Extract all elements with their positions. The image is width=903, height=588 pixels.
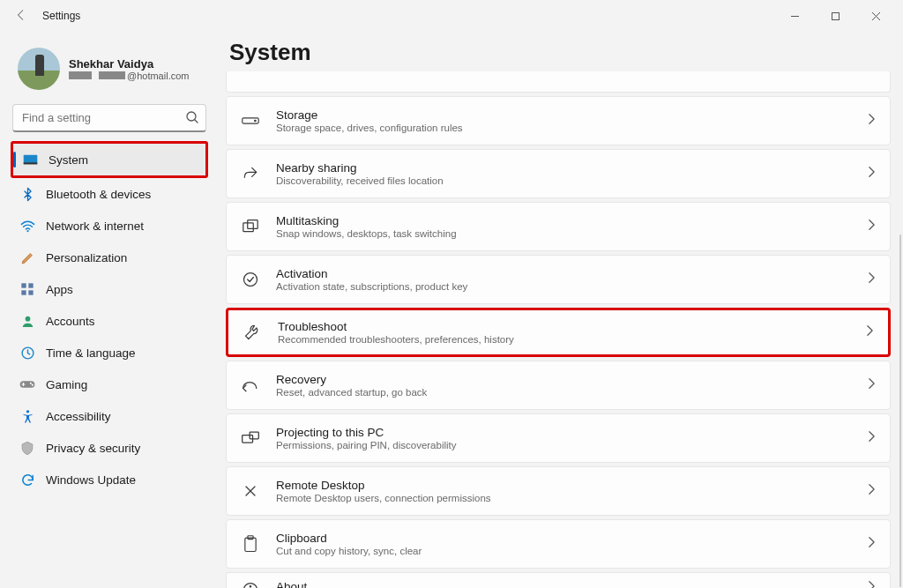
- card-subtitle: Discoverability, received files location: [276, 175, 868, 186]
- page-title: System: [226, 39, 894, 71]
- settings-card-projecting[interactable]: Projecting to this PCPermissions, pairin…: [226, 413, 891, 463]
- sidebar-item-accounts[interactable]: Accounts: [11, 305, 208, 337]
- maximize-button[interactable]: [815, 3, 855, 29]
- about-icon: [241, 580, 260, 588]
- sidebar-item-bluetooth[interactable]: Bluetooth & devices: [11, 178, 208, 210]
- card-subtitle: Recommended troubleshooters, preferences…: [278, 334, 866, 345]
- search-icon: [185, 110, 199, 127]
- sidebar-item-label: Apps: [46, 283, 73, 296]
- chevron-right-icon: [868, 430, 876, 446]
- sidebar-item-update[interactable]: Windows Update: [11, 464, 208, 495]
- settings-card-multitask[interactable]: MultitaskingSnap windows, desktops, task…: [226, 202, 891, 251]
- sidebar-item-network[interactable]: Network & internet: [11, 210, 208, 242]
- svg-rect-24: [245, 538, 256, 551]
- multitask-icon: [241, 217, 260, 236]
- settings-card-partial-top[interactable]: [226, 71, 891, 93]
- back-button[interactable]: [11, 9, 32, 24]
- chevron-right-icon: [868, 580, 876, 588]
- sidebar-item-time[interactable]: Time & language: [11, 337, 208, 368]
- card-title: Storage: [276, 108, 868, 122]
- card-subtitle: Storage space, drives, configuration rul…: [276, 123, 868, 133]
- sidebar-item-accessibility[interactable]: Accessibility: [11, 400, 208, 432]
- svg-point-28: [250, 586, 250, 587]
- card-subtitle: Permissions, pairing PIN, discoverabilit…: [276, 440, 868, 450]
- update-icon: [19, 472, 35, 488]
- sidebar-item-personalization[interactable]: Personalization: [11, 242, 208, 273]
- sidebar: Shekhar Vaidya @hotmail.com SystemBlueto…: [0, 32, 217, 588]
- profile-email: @hotmail.com: [69, 71, 189, 81]
- settings-card-troubleshoot[interactable]: TroubleshootRecommended troubleshooters,…: [226, 308, 891, 357]
- sidebar-item-label: Gaming: [46, 378, 87, 391]
- search-input[interactable]: [12, 104, 206, 132]
- card-title: Clipboard: [276, 532, 868, 545]
- titlebar: Settings: [0, 0, 903, 32]
- accessibility-icon: [19, 408, 35, 424]
- settings-card-recovery[interactable]: RecoveryReset, advanced startup, go back: [226, 361, 891, 410]
- svg-rect-19: [243, 223, 253, 232]
- card-title: Remote Desktop: [276, 479, 868, 492]
- settings-card-about[interactable]: AboutDevice specifications, rename PC, W…: [226, 572, 891, 588]
- svg-point-2: [187, 112, 196, 121]
- redacted-text: [69, 71, 92, 79]
- chevron-right-icon: [868, 536, 876, 552]
- settings-card-clipboard[interactable]: ClipboardCut and copy history, sync, cle…: [226, 519, 891, 569]
- card-title: Troubleshoot: [278, 320, 866, 333]
- sidebar-item-label: Time & language: [46, 346, 136, 360]
- card-subtitle: Cut and copy history, sync, clear: [276, 546, 868, 556]
- sidebar-item-label: Accessibility: [46, 410, 111, 423]
- avatar: [18, 48, 60, 90]
- card-list: StorageStorage space, drives, configurat…: [226, 71, 891, 588]
- chevron-right-icon: [868, 272, 876, 287]
- settings-card-nearby[interactable]: Nearby sharingDiscoverability, received …: [226, 149, 891, 198]
- minimize-button[interactable]: [774, 3, 815, 29]
- cards-scroll[interactable]: StorageStorage space, drives, configurat…: [226, 71, 894, 588]
- card-subtitle: Snap windows, desktops, task switching: [276, 228, 868, 239]
- card-subtitle: Reset, advanced startup, go back: [276, 387, 868, 398]
- system-icon: [22, 152, 38, 167]
- svg-point-11: [25, 316, 30, 321]
- main-content: System StorageStorage space, drives, con…: [217, 32, 903, 588]
- scrollbar[interactable]: [899, 234, 901, 587]
- settings-card-activation[interactable]: ActivationActivation state, subscription…: [226, 255, 891, 304]
- redacted-text: [99, 71, 125, 79]
- svg-rect-8: [28, 283, 33, 287]
- card-subtitle: Activation state, subscriptions, product…: [276, 281, 868, 292]
- sidebar-item-gaming[interactable]: Gaming: [11, 368, 208, 400]
- svg-rect-9: [21, 290, 26, 294]
- gaming-icon: [19, 376, 35, 392]
- svg-rect-7: [21, 283, 26, 287]
- nearby-icon: [241, 164, 260, 183]
- sidebar-item-label: System: [49, 153, 88, 167]
- time-icon: [19, 345, 35, 361]
- settings-card-remote[interactable]: Remote DesktopRemote Desktop users, conn…: [226, 466, 891, 516]
- sidebar-item-system[interactable]: System: [13, 144, 205, 175]
- storage-icon: [241, 111, 260, 130]
- profile-block[interactable]: Shekhar Vaidya @hotmail.com: [11, 39, 208, 102]
- card-title: Nearby sharing: [276, 161, 868, 175]
- svg-point-21: [244, 273, 257, 287]
- clipboard-icon: [241, 534, 260, 554]
- card-title: Multitasking: [276, 214, 868, 227]
- bluetooth-icon: [19, 186, 35, 202]
- sidebar-item-label: Windows Update: [46, 473, 136, 487]
- search-box[interactable]: [12, 104, 206, 132]
- card-title: Recovery: [276, 373, 868, 386]
- sidebar-item-label: Accounts: [46, 315, 95, 328]
- sidebar-item-apps[interactable]: Apps: [11, 273, 208, 305]
- svg-rect-4: [23, 154, 37, 163]
- sidebar-item-privacy[interactable]: Privacy & security: [11, 432, 208, 464]
- svg-rect-10: [28, 290, 33, 294]
- svg-point-18: [255, 120, 257, 122]
- sidebar-item-label: Bluetooth & devices: [46, 188, 151, 201]
- chevron-right-icon: [866, 324, 874, 340]
- chevron-right-icon: [868, 166, 876, 182]
- sidebar-item-label: Privacy & security: [46, 442, 140, 455]
- svg-point-16: [26, 410, 28, 413]
- sidebar-nav: SystemBluetooth & devicesNetwork & inter…: [11, 141, 208, 495]
- card-subtitle: Remote Desktop users, connection permiss…: [276, 493, 868, 503]
- activation-icon: [241, 270, 260, 289]
- close-button[interactable]: [855, 3, 896, 29]
- sidebar-item-label: Personalization: [46, 251, 127, 264]
- settings-card-storage[interactable]: StorageStorage space, drives, configurat…: [226, 96, 891, 145]
- privacy-icon: [19, 440, 35, 456]
